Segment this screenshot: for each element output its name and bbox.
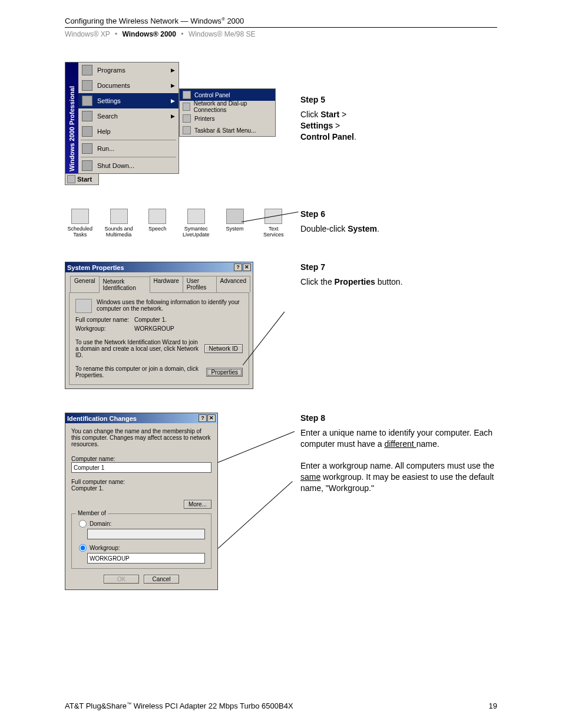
scheduled-tasks-icon <box>71 209 89 224</box>
liveupdate-icon <box>187 209 205 224</box>
search-icon <box>82 111 92 121</box>
properties-text: To rename this computer or join a domain… <box>75 365 206 378</box>
start-menu-screenshot: Windows 2000 Professional Programs▶ Docu… <box>65 62 277 185</box>
full-name-value: Computer 1. <box>71 485 211 492</box>
domain-input <box>87 529 205 539</box>
cancel-button[interactable]: Cancel <box>144 575 179 584</box>
menu-item-programs[interactable]: Programs▶ <box>78 62 178 78</box>
menu-item-run[interactable]: Run... <box>78 141 178 156</box>
domain-radio[interactable] <box>79 520 87 528</box>
speech-icon <box>148 209 166 224</box>
control-panel-icon <box>183 91 191 99</box>
workgroup-label: Workgroup: <box>75 325 134 332</box>
ok-button[interactable]: OK <box>104 575 139 584</box>
cp-liveupdate[interactable]: Symantec LiveUpdate <box>181 209 211 238</box>
subnav-xp: Windows® XP <box>65 30 110 38</box>
sub-nav: Windows® XP • Windows® 2000 • Windows® M… <box>65 30 497 38</box>
close-button[interactable]: ✕ <box>207 414 216 422</box>
step8-label: Step 8 <box>300 413 497 424</box>
info-text: Windows uses the following information t… <box>97 299 243 313</box>
tab-general[interactable]: General <box>70 276 100 292</box>
step5-label: Step 5 <box>300 94 497 106</box>
domain-radio-row[interactable]: Domain: <box>79 520 206 528</box>
sounds-icon <box>110 209 128 224</box>
header-title-suffix: 2000 <box>225 17 244 25</box>
tab-network-id[interactable]: Network Identification <box>99 276 150 293</box>
close-button[interactable]: ✕ <box>243 263 251 271</box>
cp-system[interactable]: System <box>220 209 250 238</box>
step5-text: Click Start > Settings > Control Panel. <box>300 109 497 143</box>
cp-scheduled-tasks[interactable]: Scheduled Tasks <box>65 209 95 238</box>
menu-divider <box>81 157 176 157</box>
menu-item-settings[interactable]: Settings▶ <box>78 93 178 108</box>
full-name-label: Full computer name: <box>75 317 134 323</box>
computer-name-input[interactable] <box>71 462 211 473</box>
menu-item-documents[interactable]: Documents▶ <box>78 78 178 93</box>
footer-product: AT&T Plug&Share™ Wireless PCI Adapter 22… <box>65 701 293 710</box>
help-button[interactable]: ? <box>234 263 242 271</box>
subnav-w2k: Windows® 2000 <box>123 30 176 38</box>
run-icon <box>82 143 92 154</box>
header-title-prefix: Configuring the Wireless Network — Windo… <box>65 17 222 25</box>
cp-speech[interactable]: Speech <box>142 209 173 238</box>
shutdown-icon <box>82 160 92 171</box>
menu-item-help[interactable]: Help <box>78 124 178 139</box>
computer-name-label: Computer name: <box>71 456 211 462</box>
sub-taskbar[interactable]: Taskbar & Start Menu... <box>180 124 275 136</box>
step7-text: Click the Properties button. <box>300 276 497 288</box>
page-number: 19 <box>489 701 497 710</box>
networkid-text: To use the Network Identification Wizard… <box>75 339 204 358</box>
full-name-value: Computer 1. <box>134 317 167 323</box>
help-icon <box>82 126 92 137</box>
start-sidebar: Windows 2000 Professional <box>65 62 78 173</box>
tab-hardware[interactable]: Hardware <box>150 276 183 292</box>
full-name-label: Full computer name: <box>71 479 211 485</box>
computer-icon <box>75 299 92 313</box>
documents-icon <box>82 80 92 91</box>
cp-sounds[interactable]: Sounds and Multimedia <box>104 209 134 238</box>
start-button[interactable]: Start <box>65 173 99 185</box>
step8-p1: Enter a unique name to identify your com… <box>300 427 497 450</box>
step8-p2: Enter a workgroup name. All computers mu… <box>300 460 497 494</box>
pointer-line <box>218 431 295 463</box>
sub-printers[interactable]: Printers <box>180 113 275 124</box>
step7-label: Step 7 <box>300 262 497 273</box>
sysprops-titlebar: System Properties ? ✕ <box>65 262 253 272</box>
taskbar-icon <box>183 126 191 134</box>
network-id-button[interactable]: Network ID <box>204 344 243 353</box>
sub-network[interactable]: Network and Dial-up Connections <box>180 101 275 113</box>
id-desc: You can change the name and the membersh… <box>71 428 211 447</box>
cp-text-services[interactable]: Text Services <box>258 209 289 238</box>
settings-submenu: Control Panel Network and Dial-up Connec… <box>179 88 276 137</box>
control-panel-icons: Scheduled Tasks Sounds and Multimedia Sp… <box>65 209 289 238</box>
sysprops-tabs: General Network Identification Hardware … <box>70 276 250 292</box>
sub-control-panel[interactable]: Control Panel <box>180 89 275 101</box>
step6-text: Double-click System. <box>300 223 497 235</box>
printers-icon <box>183 114 191 123</box>
workgroup-radio-row[interactable]: Workgroup: <box>79 544 206 552</box>
tab-advanced[interactable]: Advanced <box>216 276 250 292</box>
workgroup-radio[interactable] <box>79 544 87 552</box>
settings-icon <box>82 95 92 106</box>
subnav-me98: Windows® Me/98 SE <box>189 30 256 38</box>
separator: • <box>178 30 186 38</box>
page-header: Configuring the Wireless Network — Windo… <box>65 17 497 28</box>
help-button[interactable]: ? <box>199 414 207 422</box>
pointer-line <box>218 481 293 548</box>
more-button[interactable]: More... <box>184 500 211 509</box>
tab-user-profiles[interactable]: User Profiles <box>183 276 217 292</box>
menu-divider <box>81 140 176 140</box>
workgroup-value: WORKGROUP <box>134 325 174 332</box>
idchanges-titlebar: Identification Changes ? ✕ <box>65 413 217 423</box>
step6-label: Step 6 <box>300 209 497 220</box>
network-icon <box>183 103 190 111</box>
system-properties-window: System Properties ? ✕ General Network Id… <box>65 262 253 389</box>
properties-button[interactable]: Properties <box>206 368 243 377</box>
id-changes-window: Identification Changes ? ✕ You can chang… <box>65 413 218 590</box>
page-footer: AT&T Plug&Share™ Wireless PCI Adapter 22… <box>65 701 497 710</box>
menu-item-search[interactable]: Search▶ <box>78 108 178 124</box>
windows-flag-icon <box>67 175 75 183</box>
workgroup-input[interactable] <box>87 553 205 564</box>
menu-item-shutdown[interactable]: Shut Down... <box>78 158 178 173</box>
member-of-label: Member of <box>76 510 108 516</box>
